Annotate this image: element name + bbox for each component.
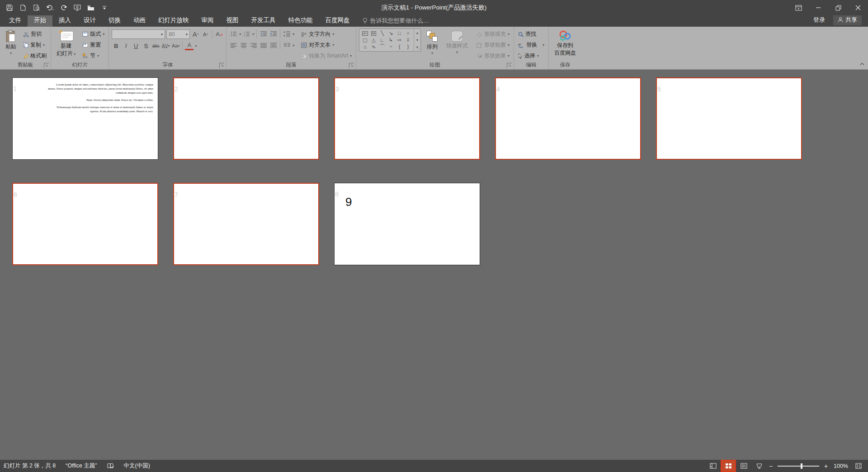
tab-1[interactable]: 开始 [28, 14, 52, 27]
zoom-slider-thumb[interactable] [801, 463, 802, 469]
tab-7[interactable]: 审阅 [195, 14, 220, 27]
text-direction-button[interactable]: A 文字方向 ▾ [300, 29, 353, 39]
tab-8[interactable]: 视图 [220, 14, 245, 27]
gallery-scroll-up-icon[interactable]: ▲ [414, 29, 420, 36]
replace-button[interactable]: abac 替换 ▾ [517, 40, 546, 50]
dialog-launcher-icon[interactable]: ↘ [507, 63, 512, 68]
new-file-icon[interactable] [17, 2, 29, 14]
tab-2[interactable]: 插入 [52, 14, 77, 27]
zoom-in-button[interactable]: + [823, 462, 829, 470]
font-name-combo[interactable]: ▾ [112, 29, 165, 39]
slide-thumbnail-6[interactable]: 6 [12, 183, 158, 265]
redo-icon[interactable] [58, 2, 70, 14]
theme-status[interactable]: “Office 主题” [66, 462, 97, 470]
zoom-out-button[interactable]: − [768, 462, 774, 470]
shape-outline-button[interactable]: 形状轮廓 ▾ [475, 40, 511, 50]
zoom-percentage[interactable]: 100% [831, 463, 850, 469]
strikethrough-button[interactable]: abc [151, 42, 160, 50]
tell-me-box[interactable]: 告诉我您想要做什么… [363, 17, 429, 27]
elbow-connector-shape-icon[interactable]: ∟ [380, 38, 385, 43]
open-folder-icon[interactable] [85, 2, 97, 14]
text-shadow-button[interactable]: S [142, 42, 150, 50]
line-spacing-button[interactable] [283, 30, 291, 38]
left-brace-shape-icon[interactable]: { [399, 44, 401, 49]
customize-qat-icon[interactable] [99, 2, 110, 14]
tab-10[interactable]: 特色功能 [282, 14, 319, 27]
sign-in-button[interactable]: 登录 [813, 16, 825, 24]
arc-shape-icon[interactable]: ⁀ [380, 44, 384, 49]
numbering-button[interactable]: 123 [242, 30, 251, 38]
bullets-button[interactable] [229, 30, 238, 38]
find-button[interactable]: 查找 [517, 29, 546, 39]
tab-3[interactable]: 设计 [77, 14, 102, 27]
tab-4[interactable]: 切换 [102, 14, 127, 27]
decrease-indent-button[interactable] [259, 30, 268, 38]
slide-show-button[interactable] [752, 461, 766, 471]
justify-button[interactable] [259, 41, 268, 50]
down-arrow-shape-icon[interactable]: ⇩ [406, 38, 410, 43]
gallery-scroll-down-icon[interactable]: ▼ [414, 36, 420, 43]
line-arrow-shape-icon[interactable]: ↘ [389, 31, 393, 36]
close-icon[interactable] [848, 0, 868, 15]
rounded-rectangle-shape-icon[interactable]: ▢ [363, 38, 367, 43]
fit-to-window-button[interactable] [852, 461, 865, 471]
undo-icon[interactable] [44, 2, 56, 14]
normal-view-button[interactable] [706, 461, 720, 471]
font-size-combo[interactable]: 80 ▾ [166, 29, 190, 39]
gallery-scrollbar[interactable]: ▲ ▼ ▼̲ [414, 29, 420, 51]
align-right-button[interactable] [249, 41, 258, 50]
slide-sorter-workspace[interactable]: 1Lorem ipsum dolor sit amet, consectetue… [0, 70, 868, 460]
collapse-ribbon-icon[interactable] [860, 62, 864, 67]
layout-button[interactable]: 版式 ▾ [81, 29, 106, 39]
reading-view-button[interactable] [737, 461, 750, 471]
spellcheck-icon[interactable] [107, 463, 114, 469]
gallery-more-icon[interactable]: ▼̲ [414, 44, 420, 51]
new-slide-button[interactable]: 新建 幻灯片 ▾ [54, 29, 78, 58]
dialog-launcher-icon[interactable]: ↘ [349, 63, 354, 68]
slide-thumbnail-1[interactable]: 1Lorem ipsum dolor sit amet, consectetue… [12, 77, 158, 160]
right-brace-shape-icon[interactable]: } [407, 44, 409, 49]
curve-shape-icon[interactable]: ~ [389, 44, 392, 49]
shape-fill-button[interactable]: 形状填充 ▾ [475, 29, 511, 39]
paste-button[interactable]: 粘贴 ▾ [3, 29, 19, 57]
underline-button[interactable]: U [132, 42, 140, 50]
right-arrow-shape-icon[interactable]: ⇨ [397, 38, 401, 43]
language-status[interactable]: 中文(中国) [124, 462, 150, 470]
align-left-button[interactable] [229, 41, 238, 50]
save-icon[interactable] [4, 2, 15, 14]
minimize-icon[interactable] [808, 0, 828, 15]
print-preview-icon[interactable] [31, 2, 42, 14]
section-button[interactable]: 节 ▾ [81, 51, 106, 61]
slide-thumbnail-8[interactable]: 89 [334, 183, 480, 265]
save-to-baidu-netdisk-button[interactable]: 保存到 百度网盘 [552, 29, 579, 58]
character-spacing-button[interactable]: A̲V̲▾ [161, 42, 170, 50]
distribute-text-button[interactable] [269, 41, 278, 50]
zoom-slider[interactable] [778, 466, 819, 467]
tab-9[interactable]: 开发工具 [245, 14, 282, 27]
rectangle-shape-icon[interactable]: □ [398, 31, 401, 36]
tab-6[interactable]: 幻灯片放映 [152, 14, 195, 27]
copy-button[interactable]: 复制 ▾ [22, 40, 48, 50]
tab-5[interactable]: 动画 [127, 14, 152, 27]
slide-thumbnail-7[interactable]: 7 [173, 183, 319, 265]
format-painter-button[interactable]: 格式刷 [22, 51, 48, 61]
increase-indent-button[interactable] [269, 30, 278, 38]
restore-icon[interactable] [828, 0, 848, 15]
freeform-shape-icon[interactable]: ⌂ [363, 44, 367, 49]
tab-file[interactable]: 文件 [3, 14, 28, 27]
text-box-vertical-shape-icon[interactable]: ‖A [371, 31, 377, 36]
slide-number-status[interactable]: 幻灯片 第 2 张，共 8 [4, 462, 56, 470]
line-shape-icon[interactable]: ╲ [381, 31, 384, 36]
align-text-button[interactable]: 对齐文本 ▾ [300, 40, 353, 50]
dialog-launcher-icon[interactable]: ↘ [44, 63, 49, 68]
oval-shape-icon[interactable]: ○ [406, 31, 410, 36]
shape-effects-button[interactable]: 形状效果 ▾ [475, 51, 511, 61]
cut-button[interactable]: 剪切 [22, 29, 48, 39]
tab-11[interactable]: 百度网盘 [319, 14, 356, 27]
quick-styles-button[interactable]: 快速样式 ▾ [443, 29, 471, 56]
clear-formatting-button[interactable]: A◢ [215, 30, 223, 38]
increase-font-size-button[interactable]: A˄ [191, 30, 200, 38]
align-center-button[interactable] [239, 41, 248, 50]
slideshow-icon[interactable] [71, 2, 83, 14]
slide-thumbnail-2[interactable]: 2 [173, 77, 319, 160]
